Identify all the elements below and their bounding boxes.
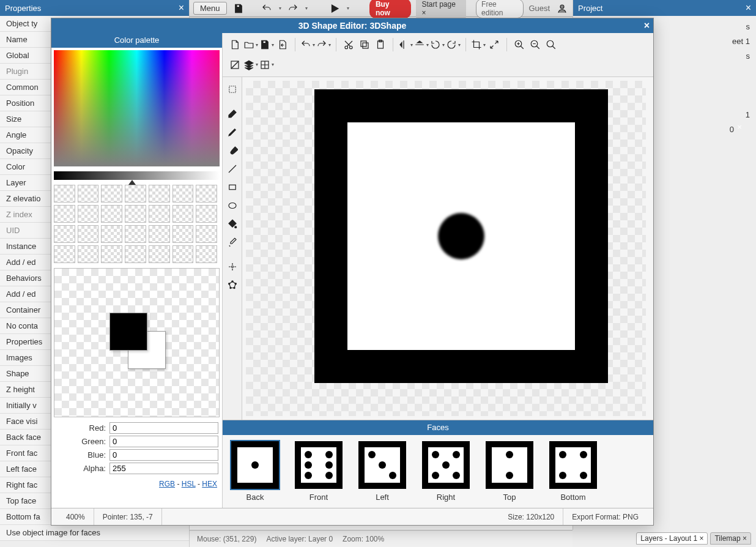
canvas-area[interactable] (242, 77, 653, 420)
swatch[interactable] (196, 225, 217, 243)
editor-statusbar: 400% Pointer: 135, -7 Size: 120x120 Expo… (51, 508, 653, 525)
swatch[interactable] (149, 225, 170, 243)
color-field[interactable] (54, 50, 220, 166)
swatch[interactable] (196, 205, 217, 223)
property-row[interactable]: Use object image for faces (0, 525, 189, 541)
blue-input[interactable] (109, 449, 218, 461)
redo-icon[interactable] (286, 1, 300, 16)
swatch[interactable] (54, 185, 75, 203)
undo-icon[interactable] (260, 1, 274, 16)
zoom-out-icon[interactable] (528, 37, 543, 52)
face-item-right[interactable]: Right (421, 441, 471, 502)
user-icon[interactable] (555, 1, 569, 16)
alpha-bg-icon[interactable] (228, 58, 242, 72)
zoom-level: Zoom: 100% (343, 535, 384, 543)
line-tool-icon[interactable] (224, 160, 241, 177)
swatch[interactable] (125, 225, 146, 243)
swatch[interactable] (196, 245, 217, 263)
red-input[interactable] (109, 422, 218, 434)
swatch[interactable] (101, 245, 122, 263)
swatch[interactable] (78, 245, 99, 263)
rgb-link[interactable]: RGB (159, 480, 175, 488)
eraser-tool-icon[interactable] (224, 105, 241, 122)
green-input[interactable] (109, 436, 218, 447)
tab-tilemap[interactable]: Tilemap × (710, 532, 751, 545)
brightness-slider[interactable] (54, 171, 220, 180)
swatch[interactable] (149, 245, 170, 263)
flip-v-icon[interactable] (414, 37, 429, 52)
swatch[interactable] (172, 185, 194, 203)
undo-icon[interactable] (300, 37, 315, 52)
swatch[interactable] (149, 185, 170, 203)
eyedropper-tool-icon[interactable] (224, 234, 241, 251)
face-item-back[interactable]: Back (230, 441, 280, 502)
flip-h-icon[interactable] (398, 37, 413, 52)
origin-tool-icon[interactable] (224, 258, 241, 275)
save-icon[interactable] (232, 1, 246, 16)
hex-link[interactable]: HEX (202, 480, 217, 488)
swatch[interactable] (78, 225, 99, 243)
fill-tool-icon[interactable] (224, 215, 241, 233)
face-label: Bottom (548, 493, 598, 502)
swatch[interactable] (172, 205, 194, 223)
face-item-left[interactable]: Left (357, 441, 407, 502)
menu-button[interactable]: Menu (193, 2, 227, 15)
marquee-tool-icon[interactable] (224, 81, 241, 98)
rotate-cw-icon[interactable] (446, 37, 461, 52)
swatch[interactable] (149, 205, 170, 223)
face-label: Left (357, 493, 407, 502)
close-icon[interactable]: × (746, 2, 751, 13)
grid-icon[interactable] (259, 58, 274, 72)
open-icon[interactable] (243, 37, 258, 52)
ellipse-tool-icon[interactable] (224, 197, 241, 214)
save-icon[interactable] (259, 37, 274, 52)
close-icon[interactable]: × (179, 2, 184, 13)
svg-point-11 (547, 40, 554, 47)
face-item-top[interactable]: Top (484, 441, 535, 502)
guest-label: Guest (528, 4, 550, 13)
hsl-link[interactable]: HSL (182, 480, 196, 488)
swatch[interactable] (54, 205, 75, 223)
reload-icon[interactable] (275, 37, 290, 52)
swatch[interactable] (78, 185, 99, 203)
redo-icon[interactable] (316, 37, 331, 52)
polygon-tool-icon[interactable] (224, 277, 241, 294)
swatch[interactable] (101, 185, 122, 203)
tab-layers[interactable]: Layers - Layout 1 × (636, 532, 708, 545)
face-item-bottom[interactable]: Bottom (548, 441, 598, 502)
swatch[interactable] (54, 245, 75, 263)
swatch[interactable] (125, 245, 146, 263)
swatch[interactable] (101, 225, 122, 243)
foreground-swatch[interactable] (109, 313, 147, 351)
crop-icon[interactable] (471, 37, 486, 52)
swatch[interactable] (172, 225, 194, 243)
start-page-tab[interactable]: Start page × (416, 0, 467, 18)
swatch[interactable] (196, 185, 217, 203)
swatch[interactable] (101, 205, 122, 223)
face-item-front[interactable]: Front (294, 441, 344, 502)
copy-icon[interactable] (357, 37, 372, 52)
resize-icon[interactable] (487, 37, 502, 52)
face-label: Front (294, 493, 344, 502)
swatch[interactable] (78, 205, 99, 223)
alpha-input[interactable] (109, 463, 218, 474)
buy-now-button[interactable]: Buy now (369, 0, 411, 18)
swatch-grid[interactable] (54, 185, 220, 263)
close-icon[interactable]: × (644, 20, 650, 31)
cut-icon[interactable] (341, 37, 356, 52)
swatch[interactable] (172, 245, 194, 263)
paste-icon[interactable] (373, 37, 388, 52)
brush-tool-icon[interactable] (224, 142, 241, 159)
rect-tool-icon[interactable] (224, 179, 241, 196)
swatch[interactable] (54, 225, 75, 243)
swatch[interactable] (125, 205, 146, 223)
swatch[interactable] (125, 185, 146, 203)
play-icon[interactable] (328, 1, 342, 16)
zoom-fit-icon[interactable] (544, 37, 558, 52)
rotate-ccw-icon[interactable] (430, 37, 445, 52)
pencil-tool-icon[interactable] (224, 124, 241, 141)
zoom-in-icon[interactable] (512, 37, 527, 52)
color-mode-links: RGB - HSL - HEX (51, 478, 222, 489)
layers-icon[interactable] (243, 58, 258, 72)
new-icon[interactable] (228, 37, 242, 52)
